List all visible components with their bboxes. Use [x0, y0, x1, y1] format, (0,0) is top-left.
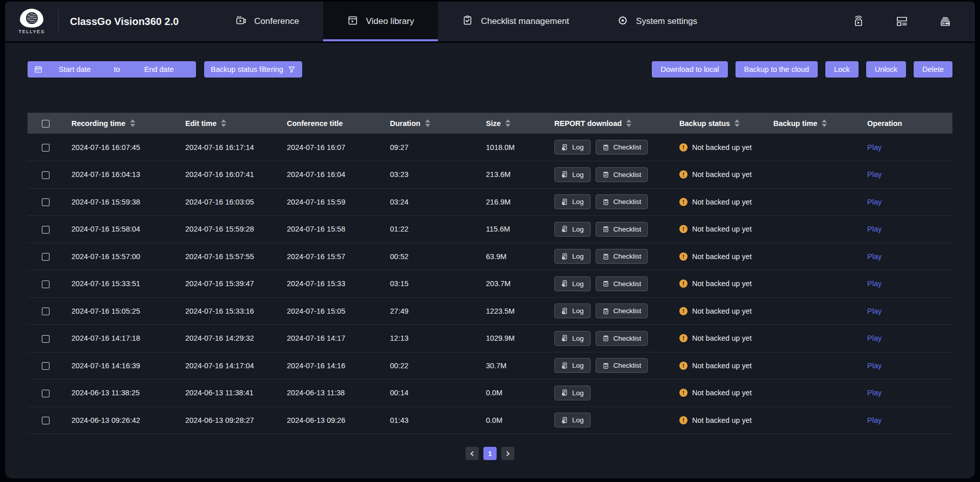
play-link[interactable]: Play [867, 252, 881, 261]
log-button[interactable]: Log [554, 140, 591, 155]
size-cell: 30.7M [478, 352, 546, 379]
play-link[interactable]: Play [867, 170, 881, 179]
log-button[interactable]: Log [554, 358, 591, 373]
unlock-button[interactable]: Unlock [866, 61, 906, 78]
col-edit-time[interactable]: Edit time [177, 113, 279, 134]
backup-status-cell: !Not backed up yet [671, 407, 765, 434]
backup-status-filter-button[interactable]: Backup status filtering [204, 61, 302, 78]
sort-icon[interactable] [734, 119, 740, 127]
play-link[interactable]: Play [867, 389, 881, 397]
log-button[interactable]: Log [554, 276, 591, 291]
row-checkbox[interactable] [42, 144, 50, 151]
edit-time-cell: 2024-07-16 15:57:55 [177, 243, 279, 270]
video-library-icon [347, 15, 358, 29]
row-checkbox[interactable] [42, 335, 50, 343]
log-button[interactable]: Log [554, 167, 591, 182]
sort-icon[interactable] [626, 119, 631, 127]
table-row: 2024-07-16 16:07:452024-07-16 16:17:1420… [28, 134, 952, 161]
sort-icon[interactable] [505, 119, 510, 127]
log-button[interactable]: Log [554, 249, 591, 264]
end-date-input[interactable]: End date [129, 65, 189, 73]
row-checkbox[interactable] [42, 390, 50, 397]
tab-system-settings[interactable]: System settings [593, 2, 721, 41]
checklist-button[interactable]: Checklist [596, 140, 648, 155]
checklist-button[interactable]: Checklist [596, 358, 648, 373]
tab-conference[interactable]: Conference [211, 2, 323, 41]
checklist-button[interactable]: Checklist [596, 276, 648, 291]
play-link[interactable]: Play [867, 198, 881, 206]
play-link[interactable]: Play [867, 307, 881, 315]
edit-time-cell: 2024-07-16 14:17:04 [177, 352, 279, 379]
duration-cell: 00:14 [382, 379, 478, 407]
row-checkbox[interactable] [42, 171, 50, 179]
log-file-icon [561, 171, 568, 178]
sort-icon[interactable] [221, 119, 226, 127]
download-to-local-button[interactable]: Download to local [652, 61, 727, 78]
next-page-button[interactable] [501, 447, 514, 460]
play-link[interactable]: Play [867, 225, 881, 233]
date-range-picker[interactable]: Start date to End date [28, 61, 196, 78]
checklist-button[interactable]: Checklist [596, 331, 648, 346]
row-checkbox[interactable] [42, 198, 50, 206]
play-link[interactable]: Play [867, 280, 881, 288]
sort-icon[interactable] [130, 119, 135, 127]
report-download-cell: LogChecklist [546, 297, 671, 325]
backup-status-cell: !Not backed up yet [671, 352, 765, 379]
row-checkbox[interactable] [42, 417, 50, 424]
col-backup-time[interactable]: Backup time [765, 113, 859, 134]
row-select-cell [28, 134, 63, 161]
sort-icon[interactable] [822, 119, 827, 127]
col-duration[interactable]: Duration [382, 113, 478, 134]
log-button[interactable]: Log [554, 303, 591, 318]
delete-button[interactable]: Delete [914, 61, 952, 78]
col-backup-status[interactable]: Backup status [671, 113, 765, 134]
checklist-button[interactable]: Checklist [596, 194, 648, 209]
log-button[interactable]: Log [554, 413, 591, 427]
wireless-record-icon[interactable] [837, 14, 880, 29]
sort-icon[interactable] [425, 119, 430, 127]
play-link[interactable]: Play [867, 143, 881, 151]
row-checkbox[interactable] [42, 362, 50, 370]
duration-cell: 03:24 [382, 188, 478, 216]
warning-icon: ! [679, 362, 688, 370]
row-checkbox[interactable] [42, 226, 50, 234]
row-checkbox[interactable] [42, 308, 50, 315]
row-checkbox[interactable] [42, 281, 50, 288]
warning-icon: ! [679, 170, 688, 179]
edit-time-cell: 2024-07-16 16:17:14 [177, 134, 279, 161]
checklist-button[interactable]: Checklist [596, 249, 648, 264]
log-button[interactable]: Log [554, 386, 591, 400]
prev-page-button[interactable] [465, 447, 479, 460]
col-report-download[interactable]: REPORT download [546, 113, 671, 134]
report-download-cell: LogChecklist [546, 243, 671, 270]
operation-cell: Play [859, 243, 952, 270]
operation-cell: Play [859, 407, 952, 434]
checklist-button[interactable]: Checklist [596, 222, 648, 237]
layout-dashboard-icon[interactable] [880, 14, 923, 29]
play-link[interactable]: Play [867, 362, 881, 370]
logo-text: TELLYES [18, 29, 45, 34]
play-link[interactable]: Play [867, 334, 881, 342]
page-number-button[interactable]: 1 [483, 447, 497, 460]
play-link[interactable]: Play [867, 416, 881, 424]
log-button[interactable]: Log [554, 194, 591, 209]
tab-video-library[interactable]: Video library [323, 2, 438, 41]
backup-status-text: Not backed up yet [692, 225, 752, 233]
tab-checklist-management[interactable]: Checklist management [438, 2, 593, 41]
col-recording-time[interactable]: Recording time [63, 113, 177, 134]
report-download-cell: LogChecklist [546, 325, 671, 352]
row-checkbox[interactable] [42, 253, 50, 261]
start-date-input[interactable]: Start date [44, 65, 105, 73]
recorder-device-icon[interactable] [924, 14, 967, 29]
app-title: ClassGo Vision360 2.0 [70, 16, 179, 28]
checklist-button[interactable]: Checklist [596, 167, 648, 182]
log-button[interactable]: Log [554, 331, 591, 346]
log-button[interactable]: Log [554, 222, 591, 237]
checklist-button[interactable]: Checklist [596, 303, 648, 318]
lock-button[interactable]: Lock [825, 61, 859, 78]
col-size[interactable]: Size [478, 113, 546, 134]
select-all-checkbox[interactable] [42, 120, 50, 128]
backup-to-cloud-button[interactable]: Backup to the cloud [736, 61, 818, 78]
duration-cell: 03:15 [382, 270, 478, 298]
checklist-clipboard-icon [602, 144, 609, 151]
